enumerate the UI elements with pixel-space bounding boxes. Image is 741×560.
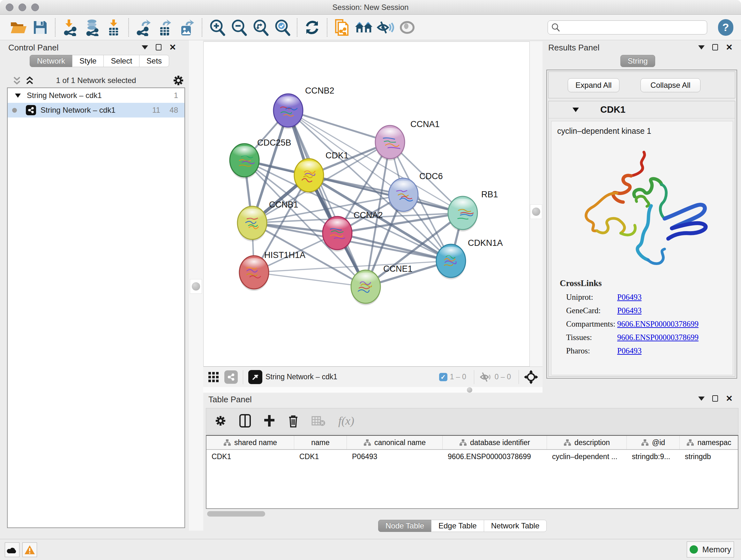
- zoom-in-button[interactable]: [208, 18, 226, 37]
- hidden-eye-icon[interactable]: [479, 372, 492, 382]
- import-network-file-button[interactable]: [61, 18, 79, 37]
- table-gear-icon[interactable]: [214, 415, 226, 427]
- tab-network[interactable]: Network: [30, 55, 72, 67]
- table-horizontal-scrollbar[interactable]: [206, 510, 738, 518]
- crosslink-value[interactable]: P06493: [617, 293, 642, 302]
- cloud-button[interactable]: [5, 543, 19, 557]
- expand-all-button[interactable]: Expand All: [568, 78, 619, 92]
- string-import-button[interactable]: [333, 18, 351, 37]
- control-panel-float-button[interactable]: [156, 44, 161, 51]
- visibility-toggle-button[interactable]: [376, 18, 395, 37]
- network-canvas[interactable]: CCNB2CCNA1CDC25BCDK1CDC6RB1CCNB1CCNA2CDK…: [203, 42, 530, 367]
- column-header-database-identifier[interactable]: database identifier: [443, 436, 547, 449]
- network-vertical-scrollbar[interactable]: [530, 42, 542, 367]
- tab-network-table[interactable]: Network Table: [484, 520, 547, 532]
- toolbar-separator: [327, 18, 327, 37]
- results-panel-title: Results Panel: [548, 43, 599, 53]
- string-network-graph[interactable]: CCNB2CCNA1CDC25BCDK1CDC6RB1CCNB1CCNA2CDK…: [204, 42, 529, 366]
- search-input[interactable]: [561, 22, 704, 33]
- control-panel-close-button[interactable]: ✕: [169, 44, 176, 51]
- help-button[interactable]: ?: [718, 19, 733, 36]
- section-collapse-icon[interactable]: [572, 107, 579, 112]
- network-row-selected[interactable]: String Network – cdk1 11 48: [8, 103, 185, 118]
- table-cell[interactable]: 9606.ENSP00000378699: [443, 450, 547, 463]
- control-panel-menu-button[interactable]: [142, 45, 148, 50]
- crosslinks-title: CrossLinks: [560, 278, 733, 288]
- table-cell[interactable]: stringdb:9...: [627, 450, 680, 463]
- collapse-all-button[interactable]: Collapse All: [641, 78, 700, 92]
- crosslink-value[interactable]: 9606.ENSP00000378699: [617, 333, 698, 342]
- string-home-button[interactable]: [354, 18, 373, 37]
- column-header-canonical-name[interactable]: canonical name: [347, 436, 443, 449]
- scrollbar-thumb[interactable]: [467, 387, 472, 393]
- splitter-handle[interactable]: [190, 279, 202, 294]
- scrollbar-thumb[interactable]: [207, 511, 265, 516]
- export-network-button[interactable]: [134, 18, 153, 37]
- results-panel-float-button[interactable]: [712, 44, 718, 51]
- crosslink-value[interactable]: P06493: [617, 347, 642, 355]
- left-splitter[interactable]: [189, 40, 203, 531]
- network-edge[interactable]: [288, 111, 390, 142]
- network-node-ccne1[interactable]: CCNE1: [351, 264, 413, 305]
- table-cell[interactable]: cyclin–dependent ...: [547, 450, 627, 463]
- column-header-namespac[interactable]: namespac: [680, 436, 738, 449]
- network-badge-icon[interactable]: [224, 370, 238, 384]
- table-panel-title: Table Panel: [208, 395, 252, 405]
- warnings-button[interactable]: [22, 543, 37, 557]
- tab-style[interactable]: Style: [72, 55, 104, 67]
- column-header--id[interactable]: @id: [627, 436, 680, 449]
- tab-sets[interactable]: Sets: [139, 55, 169, 67]
- gene-section-header[interactable]: CDK1: [549, 101, 735, 118]
- column-header-label: name: [311, 438, 330, 447]
- open-in-window-button[interactable]: [248, 370, 262, 384]
- export-image-button[interactable]: [178, 18, 196, 37]
- scrollbar-thumb[interactable]: [530, 204, 542, 219]
- tab-node-table[interactable]: Node Table: [378, 520, 431, 532]
- zoom-fit-button[interactable]: [251, 18, 270, 37]
- network-edge[interactable]: [254, 272, 366, 287]
- network-node-hist1h1a[interactable]: HIST1H1A: [239, 250, 306, 291]
- zoom-selected-button[interactable]: [273, 18, 291, 37]
- results-panel-close-button[interactable]: ✕: [726, 44, 733, 51]
- table-panel-float-button[interactable]: [712, 395, 718, 401]
- crosslink-value[interactable]: 9606.ENSP00000378699: [617, 320, 698, 328]
- network-node-ccna1[interactable]: CCNA1: [375, 119, 440, 161]
- memory-button[interactable]: Memory: [687, 542, 734, 557]
- gear-icon[interactable]: [172, 74, 185, 86]
- selected-checkbox-icon[interactable]: ✓: [439, 373, 448, 381]
- zoom-out-button[interactable]: [229, 18, 248, 37]
- network-collection-row[interactable]: String Network – cdk1 1: [8, 88, 185, 103]
- eye-button[interactable]: [398, 18, 416, 37]
- crosslink-value[interactable]: P06493: [617, 306, 642, 315]
- tab-edge-table[interactable]: Edge Table: [431, 520, 484, 532]
- network-node-rb1[interactable]: RB1: [448, 190, 498, 232]
- save-session-button[interactable]: [31, 18, 50, 37]
- table-cell[interactable]: CDK1: [206, 450, 294, 463]
- column-header-name[interactable]: name: [294, 436, 347, 449]
- column-header-description[interactable]: description: [547, 436, 627, 449]
- refresh-button[interactable]: [303, 18, 321, 37]
- network-horizontal-scrollbar[interactable]: [203, 387, 542, 393]
- tab-select[interactable]: Select: [104, 55, 139, 67]
- delete-column-icon[interactable]: [288, 414, 299, 428]
- import-table-file-button[interactable]: [105, 18, 123, 37]
- add-column-icon[interactable]: [264, 415, 275, 427]
- table-panel-close-button[interactable]: ✕: [726, 395, 733, 401]
- import-network-database-button[interactable]: [83, 18, 101, 37]
- export-table-button[interactable]: [156, 18, 175, 37]
- table-row[interactable]: CDK1CDK1P064939606.ENSP00000378699cyclin…: [206, 450, 738, 463]
- results-panel-menu-button[interactable]: [698, 45, 704, 50]
- table-panel-menu-button[interactable]: [698, 396, 704, 401]
- tab-string[interactable]: String: [620, 55, 655, 67]
- network-node-cdkn1a[interactable]: CDKN1A: [436, 238, 503, 279]
- network-edge[interactable]: [288, 111, 366, 287]
- birds-eye-icon[interactable]: [524, 370, 538, 384]
- table-cell[interactable]: CDK1: [294, 450, 347, 463]
- grid-view-icon[interactable]: [208, 371, 219, 383]
- table-cell[interactable]: P06493: [347, 450, 443, 463]
- show-columns-icon[interactable]: [239, 414, 251, 428]
- table-cell[interactable]: stringdb: [680, 450, 738, 463]
- tree-expand-icon[interactable]: [15, 93, 21, 98]
- open-session-button[interactable]: [9, 18, 28, 37]
- column-header-shared-name[interactable]: shared name: [206, 436, 294, 449]
